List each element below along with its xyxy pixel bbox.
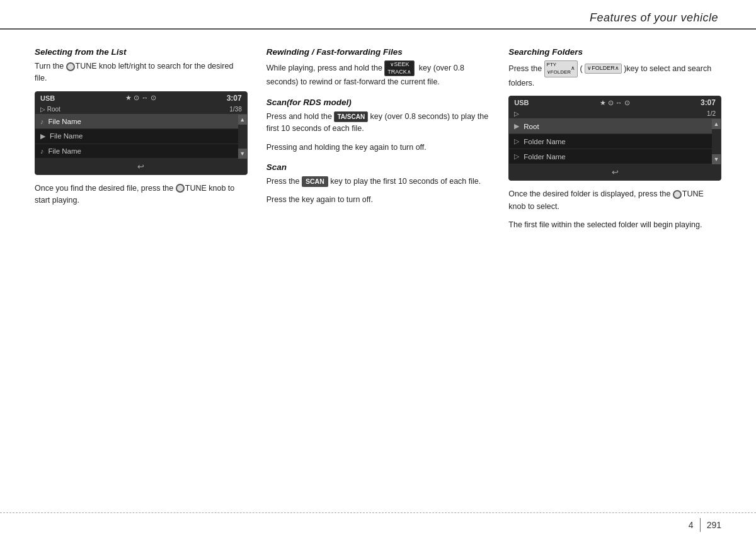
ta-scan-badge: TA/SCAN [334,111,368,123]
track-label: TRACK∧ [387,69,411,76]
page-footer: 4 291 [0,512,756,542]
screen1-row-2: ▶ File Name [35,129,238,144]
screen1-row-1: ♪ File Name [35,115,238,129]
screen2-time: 3:07 [701,98,716,107]
page-num-main: 4 [689,520,694,530]
page-title: Features of your vehicle [590,11,718,25]
section-title-scan-rds: Scan(for RDS model) [266,98,490,107]
screen1-rows-wrapper: ♪ File Name ▶ File Name ♪ File Name ▲ ▼ [35,115,247,159]
column-selecting: Selecting from the List Turn the TUNE kn… [35,47,248,237]
screen2-count: 1/2 [707,110,716,117]
screen2-root: ▷ [514,110,519,117]
screen2-scrollbar: ▲ ▼ [712,119,721,164]
row2-label: File Name [50,132,83,140]
seek-track-badge: ∨SEEK TRACK∧ [384,60,415,76]
scroll-down-icon: ▼ [238,149,247,159]
s2row2-label: Folder Name [524,138,565,145]
footer-divider [700,518,701,532]
screen2-back: ↩ [509,164,721,180]
main-content: Selecting from the List Turn the TUNE kn… [0,30,756,250]
tune-knob-icon [66,62,75,71]
s2row1-icon: ▶ [514,122,519,130]
section-title-searching: Searching Folders [508,47,721,57]
column-searching: Searching Folders Press the PTY∨FOLDER ∧… [508,47,721,237]
tune-knob-icon3 [673,190,682,199]
scroll-up-icon: ▲ [238,115,247,125]
scan-rds-text: Press and hold the TA/SCAN key (over 0.8… [266,111,490,135]
screen2-row-1: ▶ Root [509,119,712,134]
folder-badge-2: ∨FOLDER∧ [585,64,622,74]
screen1-subbar: ▷ Root 1/38 [35,104,247,115]
screen1-icons: ★ ⊙ ↔ ⊙ [125,94,156,102]
scan-badge: SCAN [302,176,328,186]
folder2-label: ∨FOLDER∧ [587,64,619,73]
scan-rds-text2: Pressing and holding the key again to tu… [266,142,490,154]
row1-label: File Name [49,118,81,125]
screen2-icons: ★ ⊙ ↔ ⊙ [600,99,630,107]
screen1-row-3: ♪ File Name [35,144,238,159]
row1-icon: ♪ [40,118,44,125]
screen2-rows: ▶ Root ▷ Folder Name ▷ Folder Name [509,119,712,164]
section-title-scan: Scan [266,162,490,172]
screen1-rows: ♪ File Name ▶ File Name ♪ File Name [35,115,238,159]
screen2-subbar: ▷ 1/2 [509,109,721,119]
s2row3-icon: ▷ [514,152,519,161]
searching-text2: Once the desired folder is displayed, pr… [508,188,721,213]
usb-screen-2: USB ★ ⊙ ↔ ⊙ 3:07 ▷ 1/2 ▶ Root ▷ Folder N… [508,96,721,181]
tune-knob-icon2 [176,184,185,193]
section-title-rewinding: Rewinding / Fast-forwarding Files [266,47,490,57]
screen1-topbar: USB ★ ⊙ ↔ ⊙ 3:07 [35,92,247,104]
scan-text: Press the SCAN key to play the first 10 … [266,176,490,188]
column-rewinding: Rewinding / Fast-forwarding Files While … [266,47,490,237]
row2-icon: ▶ [40,132,45,140]
page-num-sub: 291 [707,520,721,530]
s2row2-icon: ▷ [514,137,519,145]
screen2-row-2: ▷ Folder Name [509,134,712,149]
section-title-selecting: Selecting from the List [35,47,248,57]
scan-text2: Press the key again to turn off. [266,194,490,206]
screen1-time: 3:07 [227,94,242,103]
searching-text3: The first file within the selected folde… [508,219,721,231]
selecting-text2: Once you find the desired file, press th… [35,183,248,207]
screen1-count: 1/38 [229,106,241,113]
folder-up-arrow: ∧ [571,64,575,73]
screen1-usb-label: USB [40,94,55,102]
screen2-usb-label: USB [514,99,529,106]
searching-text: Press the PTY∨FOLDER ∧ ( ∨FOLDER∧ )key t… [508,60,721,89]
row3-icon: ♪ [40,147,44,155]
rewinding-text: While playing, press and hold the ∨SEEK … [266,60,490,89]
s2-scroll-up-icon: ▲ [712,119,721,129]
s2row3-label: Folder Name [524,153,565,161]
screen1-scrollbar: ▲ ▼ [238,115,247,159]
pty-folder-badge: PTY∨FOLDER ∧ [544,60,578,77]
screen1-back: ↩ [35,159,247,174]
usb-screen-1: USB ★ ⊙ ↔ ⊙ 3:07 ▷ Root 1/38 ♪ File Name… [35,91,248,175]
page-header: Features of your vehicle [0,0,756,30]
pty-label: PTY∨FOLDER [547,61,571,77]
screen2-rows-wrapper: ▶ Root ▷ Folder Name ▷ Folder Name ▲ ▼ [509,119,721,164]
row3-label: File Name [49,147,81,155]
screen2-topbar: USB ★ ⊙ ↔ ⊙ 3:07 [509,96,721,109]
page-number: 4 291 [689,518,721,532]
s2row1-label: Root [524,123,539,130]
s2-scroll-down-icon: ▼ [712,154,721,164]
screen2-row-3: ▷ Folder Name [509,149,712,164]
seek-label: ∨SEEK [390,61,410,69]
selecting-text: Turn the TUNE knob left/right to search … [35,60,248,85]
screen1-root: ▷ Root [40,106,60,113]
